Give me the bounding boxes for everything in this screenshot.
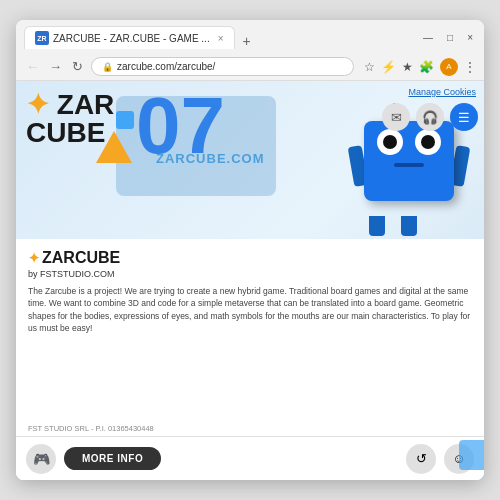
extension-icon[interactable]: ⚡: [381, 60, 396, 74]
cube-left-leg: [369, 216, 385, 236]
profile-avatar[interactable]: A: [440, 58, 458, 76]
bookmark-icon[interactable]: ☆: [364, 60, 375, 74]
bottom-left-actions: 🎮 MORE INFO: [26, 444, 161, 474]
blue-cube-decoration-br: [459, 440, 484, 470]
cube-right-eye: [415, 129, 441, 155]
gamepad-icon: 🎮: [33, 451, 50, 467]
title-bar: ZR ZARCUBE - ZAR.CUBE - GAME ... × + — □…: [16, 20, 484, 53]
cube-right-pupil: [421, 135, 435, 149]
cube-right-leg: [401, 216, 417, 236]
description: The Zarcube is a project! We are trying …: [28, 285, 472, 334]
tab-title: ZARCUBE - ZAR.CUBE - GAME ...: [53, 33, 210, 44]
headset-icon: 🎧: [422, 110, 438, 125]
tab-favicon: ZR: [35, 31, 49, 45]
mail-button[interactable]: ✉: [382, 103, 410, 131]
manage-cookies-link[interactable]: Manage Cookies: [408, 87, 476, 97]
menu-icon: ☰: [458, 110, 470, 125]
menu-button[interactable]: ☰: [450, 103, 478, 131]
maximize-button[interactable]: □: [444, 31, 456, 44]
hero-logo-zar: ✦ ZAR: [26, 91, 114, 119]
bottom-bar: 🎮 MORE INFO ↺ ☺: [16, 436, 484, 480]
browser-chrome: ZR ZARCUBE - ZAR.CUBE - GAME ... × + — □…: [16, 20, 484, 81]
browser-window: ZR ZARCUBE - ZAR.CUBE - GAME ... × + — □…: [16, 20, 484, 480]
brand-star-icon: ✦: [28, 250, 40, 266]
puzzle-icon[interactable]: 🧩: [419, 60, 434, 74]
byline: by FSTSTUDIO.COM: [28, 269, 472, 279]
url-box[interactable]: 🔒 zarcube.com/zarcube/: [91, 57, 354, 76]
new-tab-button[interactable]: +: [239, 33, 255, 49]
page-content: Manage Cookies ✉ 🎧 ☰ ✦ ZAR CUBE: [16, 81, 484, 480]
gamepad-button[interactable]: 🎮: [26, 444, 56, 474]
cube-mouth: [394, 163, 424, 167]
top-icon-buttons: ✉ 🎧 ☰: [382, 103, 478, 131]
window-controls: — □ ×: [420, 31, 476, 44]
refresh-icon: ↺: [416, 451, 427, 466]
footer-text: FST STUDIO SRL - P.I. 01365430448: [28, 424, 154, 433]
small-cube-decoration: [116, 111, 134, 129]
hero-domain: ZARCUBE.COM: [156, 151, 265, 166]
tab-area: ZR ZARCUBE - ZAR.CUBE - GAME ... × +: [24, 26, 255, 49]
back-button[interactable]: ←: [24, 57, 41, 76]
more-info-button[interactable]: MORE INFO: [64, 447, 161, 470]
browser-actions: ☆ ⚡ ★ 🧩 A ⋮: [364, 58, 476, 76]
address-bar: ← → ↻ 🔒 zarcube.com/zarcube/ ☆ ⚡ ★ 🧩 A ⋮: [16, 53, 484, 80]
star-icon[interactable]: ★: [402, 60, 413, 74]
mail-icon: ✉: [391, 110, 402, 125]
cube-left-pupil: [383, 135, 397, 149]
reload-button[interactable]: ↻: [70, 57, 85, 76]
tab-close-button[interactable]: ×: [218, 33, 224, 44]
cube-left-eye: [377, 129, 403, 155]
refresh-button[interactable]: ↺: [406, 444, 436, 474]
headset-button[interactable]: 🎧: [416, 103, 444, 131]
brand-logo: ✦ ZARCUBE: [28, 249, 120, 267]
active-tab[interactable]: ZR ZARCUBE - ZAR.CUBE - GAME ... ×: [24, 26, 235, 49]
brand-name: ZARCUBE: [42, 249, 120, 267]
pyramid-decoration: [96, 131, 132, 163]
cube-face: [364, 121, 454, 201]
brand-row: ✦ ZARCUBE: [28, 249, 472, 267]
cube-legs: [369, 216, 417, 236]
close-window-button[interactable]: ×: [464, 31, 476, 44]
url-text: zarcube.com/zarcube/: [117, 61, 215, 72]
forward-button[interactable]: →: [47, 57, 64, 76]
cube-body: [364, 121, 454, 201]
minimize-button[interactable]: —: [420, 31, 436, 44]
lock-icon: 🔒: [102, 62, 113, 72]
more-options-icon[interactable]: ⋮: [464, 60, 476, 74]
